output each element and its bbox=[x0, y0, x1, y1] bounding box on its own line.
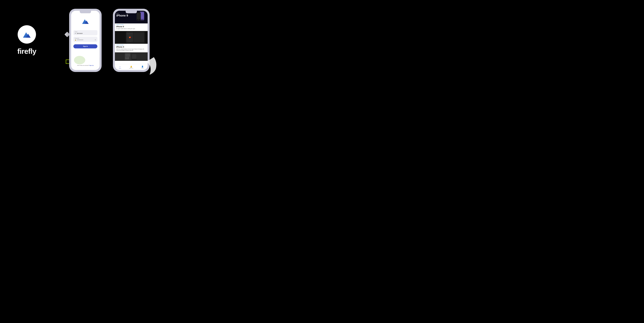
iphonex-banner: 🍎 iPhone bbox=[115, 31, 148, 44]
password-field[interactable]: Password 🔒 •••••••• 👁 bbox=[74, 37, 98, 42]
svg-point-10 bbox=[138, 13, 138, 14]
password-dots: •••••••• bbox=[77, 39, 84, 41]
no-account-text: Don't have an account? bbox=[77, 65, 89, 66]
iphone9-title: iPhone 9 bbox=[116, 26, 146, 28]
feather-decoration-left bbox=[88, 53, 100, 70]
email-input-row: ✉ iamnaran bbox=[75, 32, 96, 34]
svg-rect-30 bbox=[132, 54, 136, 59]
svg-rect-23 bbox=[126, 57, 128, 58]
home-icon: ⌂ bbox=[120, 66, 120, 68]
signin-button[interactable]: Sign In bbox=[74, 44, 98, 48]
product-phone-wrapper: Meet iPhone 9 bbox=[113, 9, 150, 72]
email-label: Email bbox=[75, 31, 96, 32]
svg-rect-18 bbox=[134, 32, 144, 42]
svg-point-6 bbox=[142, 19, 142, 20]
eye-icon[interactable]: 👁 bbox=[95, 39, 96, 41]
product-screen-content: Meet iPhone 9 bbox=[115, 11, 148, 61]
notification-label: Notification bbox=[129, 68, 133, 69]
svg-text:iPhone: iPhone bbox=[129, 41, 131, 42]
iphonex-card[interactable]: 🍎 iPhone SMARTPHONES iPhone X SIM-Free, … bbox=[115, 31, 148, 52]
svg-point-9 bbox=[138, 20, 139, 20]
brand-name: firefly bbox=[17, 47, 36, 56]
svg-rect-28 bbox=[125, 58, 129, 59]
iphone9-description: An apple mobile which is nothing like ap… bbox=[116, 28, 146, 29]
svg-rect-21 bbox=[125, 54, 130, 56]
iphone9-category: SMARTPHONES bbox=[116, 24, 146, 25]
home-label: Home bbox=[119, 68, 121, 69]
brand-section: firefly bbox=[0, 0, 54, 81]
email-icon: ✉ bbox=[75, 33, 76, 34]
login-phone-frame: Email ✉ iamnaran Password 🔒 •••••••• 👁 bbox=[69, 9, 102, 72]
login-phone-wrapper: Email ✉ iamnaran Password 🔒 •••••••• 👁 bbox=[69, 9, 102, 72]
svg-text:🍎: 🍎 bbox=[129, 36, 131, 38]
svg-rect-24 bbox=[128, 57, 129, 58]
notification-icon: 🔔 bbox=[130, 66, 132, 68]
nav-notification[interactable]: 🔔 Notification bbox=[129, 66, 133, 69]
login-phone-screen: Email ✉ iamnaran Password 🔒 •••••••• 👁 bbox=[71, 11, 100, 70]
iphonex-category: SMARTPHONES bbox=[116, 44, 146, 46]
svg-rect-25 bbox=[125, 58, 126, 58]
iphonex-title: iPhone X bbox=[116, 46, 146, 48]
email-value: iamnaran bbox=[77, 32, 83, 34]
login-screen-content: Email ✉ iamnaran Password 🔒 •••••••• 👁 bbox=[71, 11, 100, 51]
lock-icon: 🔒 bbox=[75, 39, 76, 41]
email-field[interactable]: Email ✉ iamnaran bbox=[74, 30, 98, 35]
logo-icon bbox=[22, 30, 32, 38]
iphonex-description: SIM-Free, Model A19211 6.5-inch Super Re… bbox=[116, 48, 146, 51]
iphonex-card-body: SMARTPHONES iPhone X SIM-Free, Model A19… bbox=[115, 44, 148, 52]
phone-notch-product bbox=[126, 11, 137, 13]
signup-text: Don't have an account? Sign Up bbox=[71, 65, 100, 66]
svg-rect-8 bbox=[137, 13, 140, 19]
green-blob bbox=[74, 56, 85, 64]
nav-home[interactable]: ⌂ Home bbox=[119, 66, 121, 69]
signup-link[interactable]: Sign Up bbox=[89, 65, 94, 66]
feather-decoration-right bbox=[141, 56, 158, 75]
login-screen-logo bbox=[81, 18, 90, 24]
phone-notch-login bbox=[80, 11, 91, 13]
logo-circle bbox=[18, 25, 36, 44]
svg-rect-27 bbox=[128, 58, 129, 58]
iphone9-name-banner: iPhone 9 bbox=[116, 14, 128, 17]
svg-rect-26 bbox=[126, 58, 128, 58]
password-input-row: 🔒 •••••••• 👁 bbox=[75, 39, 96, 41]
password-label: Password bbox=[75, 38, 96, 39]
svg-rect-22 bbox=[125, 57, 126, 58]
iphone9-card[interactable]: Meet iPhone 9 bbox=[115, 11, 148, 30]
iphone9-card-body: SMARTPHONES iPhone 9 An apple mobile whi… bbox=[115, 24, 148, 30]
iphone9-banner-text: Meet iPhone 9 bbox=[116, 13, 128, 17]
